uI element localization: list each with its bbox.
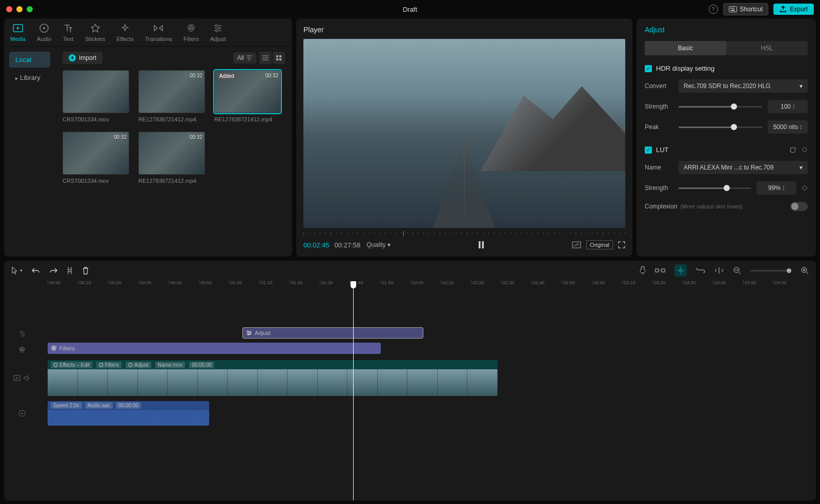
lut-checkbox[interactable]: ✓: [645, 146, 652, 154]
original-button[interactable]: Original: [586, 240, 613, 249]
split-button[interactable]: [67, 266, 73, 275]
lut-section[interactable]: ✓ LUT: [645, 146, 808, 154]
player-scrubber[interactable]: [303, 230, 625, 237]
maximize-window[interactable]: [27, 6, 33, 12]
time-current: 00:02:45: [303, 241, 330, 249]
fullscreen-button[interactable]: [618, 241, 625, 248]
svg-rect-19: [482, 241, 484, 248]
hdr-strength-value[interactable]: 100▴▾: [768, 100, 808, 113]
media-item[interactable]: 00:32CRST001334.mov: [63, 132, 129, 184]
keyframe-icon[interactable]: [802, 185, 808, 191]
zoom-in[interactable]: [801, 266, 809, 275]
tab-media[interactable]: Media: [10, 23, 26, 42]
redo-button[interactable]: [49, 267, 57, 274]
minimize-window[interactable]: [16, 6, 23, 12]
complexion-row: Complexion (More natural skin tones): [645, 202, 808, 211]
main-track-magnet[interactable]: [655, 267, 665, 274]
playhead[interactable]: [353, 281, 354, 500]
tab-adjust[interactable]: Adjust: [210, 23, 226, 42]
media-item[interactable]: CRST001334.mov: [63, 70, 129, 122]
svg-rect-14: [276, 55, 278, 57]
text-icon: [63, 23, 74, 34]
close-window[interactable]: [6, 6, 12, 12]
preview-axis[interactable]: [714, 267, 724, 274]
filter-all[interactable]: All: [233, 52, 256, 64]
linkage[interactable]: [696, 268, 705, 273]
scope-button[interactable]: [572, 241, 581, 248]
adjust-icon: [212, 23, 223, 34]
category-tabs: Media Audio Text Stickers Effects Transi…: [4, 18, 292, 47]
export-button[interactable]: Export: [773, 4, 814, 15]
mute-icon[interactable]: [24, 375, 31, 381]
auto-snap[interactable]: [674, 264, 687, 277]
tab-filters[interactable]: Filters: [183, 23, 199, 42]
hdr-section[interactable]: ✓ HDR display setting: [645, 65, 808, 72]
timeline-toolbar: ▾: [4, 261, 816, 280]
text-track-icon: [18, 331, 26, 338]
svg-point-13: [216, 30, 218, 32]
media-item[interactable]: Added00:32RE127838721412.mp4: [214, 70, 281, 122]
audio-icon: [38, 23, 50, 34]
hdr-strength-slider[interactable]: [679, 106, 763, 108]
adjust-clip[interactable]: Adjust: [242, 327, 423, 339]
adjust-title: Adjust: [645, 26, 808, 34]
svg-rect-18: [479, 241, 481, 248]
sidebar-local[interactable]: Local: [9, 52, 50, 68]
view-list[interactable]: [259, 52, 272, 64]
reset-icon[interactable]: [789, 146, 796, 154]
convert-select[interactable]: Rec.709 SDR to Rec.2020 HLG ▾: [679, 79, 808, 93]
sidebar-library[interactable]: ▸Library: [9, 70, 50, 86]
import-button[interactable]: + Import: [63, 52, 102, 64]
filters-clip[interactable]: Filters: [48, 343, 381, 354]
titlebar: Draft ? Shortcut Export: [0, 0, 820, 18]
help-icon[interactable]: ?: [709, 5, 718, 14]
player-title: Player: [303, 26, 625, 34]
timeline[interactable]: 00:0000:1000:2000:3000:4000:5001:0001:10…: [4, 280, 816, 500]
hdr-checkbox[interactable]: ✓: [645, 65, 652, 72]
select-tool[interactable]: ▾: [11, 266, 23, 275]
svg-rect-1: [730, 8, 731, 9]
tab-text[interactable]: Text: [63, 23, 74, 42]
svg-rect-0: [729, 7, 736, 12]
svg-point-40: [22, 413, 23, 414]
tab-effects[interactable]: Effects: [116, 23, 133, 42]
delete-button[interactable]: [82, 266, 89, 275]
peak-slider[interactable]: [679, 127, 763, 128]
lut-strength-value[interactable]: 99%▴▾: [756, 181, 796, 195]
transitions-icon: [153, 23, 164, 34]
media-icon: [12, 23, 24, 34]
audio-clip[interactable]: Speed 2.0x Audio.aac 00:00:00: [48, 401, 209, 426]
svg-rect-2: [732, 8, 733, 9]
pause-button[interactable]: [478, 241, 485, 249]
tab-audio[interactable]: Audio: [37, 23, 51, 42]
filter-track-icon: [18, 346, 26, 353]
svg-rect-23: [662, 269, 665, 272]
lut-name-select[interactable]: ARRI ALEXA Mini ...c to Rec.709 ▾: [679, 161, 808, 174]
subtab-basic[interactable]: Basic: [645, 41, 726, 55]
undo-button[interactable]: [32, 267, 40, 274]
export-icon: [780, 6, 787, 13]
sort-icon: [246, 55, 252, 60]
video-clip[interactable]: Effects – EditFiltersAdjustName.mov00:00…: [48, 360, 498, 396]
tab-stickers[interactable]: Stickers: [85, 23, 105, 42]
adjust-clip-icon: [246, 330, 252, 335]
quality-button[interactable]: Quality ▾: [366, 241, 391, 248]
timeline-ruler[interactable]: 00:0000:1000:2000:3000:4000:5001:0001:10…: [4, 280, 816, 291]
media-grid: CRST001334.mov00:32RE127838721412.mp4Add…: [63, 70, 285, 184]
player-viewport[interactable]: [303, 39, 625, 228]
keyframe-icon[interactable]: [802, 146, 808, 154]
zoom-out[interactable]: [733, 266, 741, 275]
svg-rect-17: [279, 58, 281, 60]
media-item[interactable]: 00:32RE127838721412.mp4: [138, 132, 205, 184]
subtab-hsl[interactable]: HSL: [726, 41, 808, 55]
lut-strength-slider[interactable]: [679, 187, 751, 189]
svg-rect-16: [276, 58, 278, 60]
tab-transitions[interactable]: Transitions: [145, 23, 172, 42]
shortcut-button[interactable]: Shortcut: [723, 3, 769, 15]
zoom-slider[interactable]: [750, 270, 791, 271]
peak-value[interactable]: 5000 nits▴▾: [768, 120, 808, 134]
complexion-toggle[interactable]: [790, 202, 808, 211]
view-grid[interactable]: [273, 52, 285, 64]
record-button[interactable]: [640, 266, 646, 275]
media-item[interactable]: 00:32RE127838721412.mp4: [138, 70, 205, 122]
